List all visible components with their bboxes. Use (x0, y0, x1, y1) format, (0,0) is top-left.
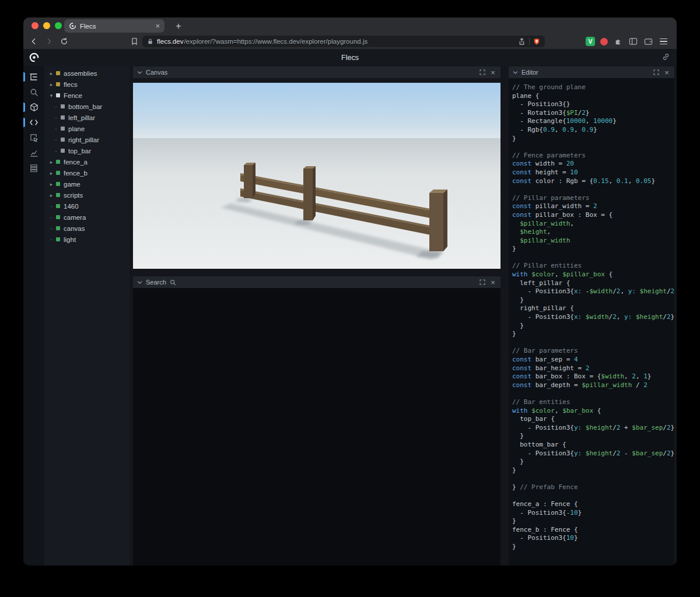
tree-item-canvas[interactable]: –canvas (44, 223, 130, 234)
expand-icon[interactable] (479, 69, 486, 76)
sidebar-icon-search[interactable] (23, 85, 44, 100)
code-line: const bar_sep = 4 (512, 356, 671, 364)
tab-close-icon[interactable]: × (155, 22, 160, 30)
window-zoom-button[interactable] (55, 22, 62, 29)
sidebar-icon-stats[interactable] (23, 145, 44, 160)
tree-item-Fence[interactable]: ▾Fence (44, 90, 130, 101)
tree-item-label: light (64, 236, 76, 243)
url-path: /explorer/?wasm=https://www.flecs.dev/ex… (184, 38, 514, 45)
tree-item-label: bottom_bar (68, 103, 102, 110)
entity-kind-square (56, 226, 60, 230)
tree-item-bottom_bar[interactable]: –bottom_bar (44, 101, 130, 112)
puzzle-icon[interactable] (613, 37, 623, 47)
code-line: bottom_bar { (512, 441, 671, 449)
entity-kind-square (56, 215, 60, 219)
entity-kind-square (56, 193, 60, 197)
chevron-right-icon[interactable]: ▸ (48, 82, 55, 87)
chevron-down-icon[interactable] (513, 70, 518, 75)
code-line: with $color, $pillar_box { (512, 271, 671, 279)
extension-icon-v[interactable]: V (586, 37, 595, 46)
reload-button[interactable] (60, 37, 69, 46)
code-line: $pillar_width, (512, 220, 671, 229)
entity-kind-square (61, 149, 65, 153)
sidebar-icon-canvas[interactable] (23, 100, 44, 115)
tab-title: Flecs (80, 23, 152, 30)
entity-tree: ▸assemblies▸flecs▾Fence–bottom_bar–left_… (44, 66, 130, 566)
chevron-right-icon[interactable]: ▸ (48, 192, 55, 198)
chevron-right-icon[interactable]: ▸ (48, 159, 55, 165)
code-line: $pillar_width (512, 237, 671, 245)
canvas-viewport[interactable] (133, 83, 501, 269)
tree-item-right_pillar[interactable]: –right_pillar (44, 134, 130, 145)
sidebar-icon-code[interactable] (23, 115, 44, 130)
brave-shield-icon[interactable] (533, 38, 540, 45)
extensions-group: V (586, 36, 668, 47)
code-line: const bar_depth = $pillar_width / 2 (512, 381, 671, 390)
link-icon[interactable] (662, 52, 671, 62)
tree-item-game[interactable]: ▸game (44, 178, 130, 189)
code-line: } (512, 432, 671, 441)
close-icon[interactable]: × (489, 279, 496, 286)
search-results-area[interactable] (133, 288, 501, 566)
close-icon[interactable]: × (489, 69, 496, 76)
code-line: $height, (512, 228, 671, 237)
window-minimize-button[interactable] (43, 22, 50, 29)
menu-icon[interactable] (659, 37, 668, 47)
chevron-down-icon[interactable] (137, 280, 142, 285)
sidebar-icon-inspect[interactable] (23, 130, 44, 145)
browser-navbar: flecs.dev /explorer/?wasm=https://www.fl… (23, 34, 677, 49)
wallet-icon[interactable] (643, 37, 653, 47)
code-line: } // Prefab Fence (512, 483, 671, 492)
chevron-right-icon[interactable]: ▸ (48, 170, 55, 176)
search-icon (170, 279, 176, 286)
window-close-button[interactable] (32, 22, 38, 29)
chevron-down-icon[interactable] (137, 70, 142, 75)
code-line (512, 339, 671, 347)
chevron-right-icon[interactable]: ▸ (48, 181, 55, 187)
code-line (512, 492, 671, 501)
editor-panel: Editor × // The ground planeplane { - Po… (509, 66, 674, 566)
expand-icon[interactable] (653, 69, 660, 76)
chevron-right-icon[interactable]: ▸ (48, 71, 55, 76)
tree-item-scripts[interactable]: ▸scripts (44, 189, 130, 201)
code-line: } (512, 458, 671, 466)
code-line: // Bar parameters (512, 347, 671, 356)
leaf-dash-icon: – (52, 115, 60, 121)
forward-button[interactable] (44, 37, 54, 46)
chevron-down-icon[interactable]: ▾ (48, 93, 55, 99)
flecs-app: Flecs (23, 49, 677, 566)
extension-icon-red[interactable] (600, 38, 608, 45)
new-tab-button[interactable]: + (172, 19, 186, 33)
expand-icon[interactable] (479, 279, 486, 286)
tree-item-fence_a[interactable]: ▸fence_a (44, 156, 130, 167)
tree-item-left_pillar[interactable]: –left_pillar (44, 112, 130, 123)
tree-item-top_bar[interactable]: –top_bar (44, 145, 130, 156)
code-line: const bar_height = 2 (512, 364, 671, 373)
sidebar-toggle-icon[interactable] (628, 37, 638, 47)
tree-item-camera[interactable]: –camera (44, 212, 130, 223)
canvas-panel-title: Canvas (146, 69, 167, 76)
tree-item-plane[interactable]: –plane (44, 123, 130, 134)
tree-item-label: fence_b (64, 170, 88, 177)
browser-tab[interactable]: Flecs × (64, 19, 164, 33)
back-button[interactable] (29, 37, 38, 46)
code-line: - Position3{10} (512, 534, 671, 543)
sidebar-icon-tables[interactable] (23, 160, 44, 175)
code-line: - Position3{x: $width/2, y: $height/2} (512, 313, 671, 322)
tree-item-light[interactable]: –light (44, 234, 130, 245)
bookmark-icon[interactable] (130, 37, 139, 46)
sidebar-icon-tree[interactable] (23, 69, 44, 85)
tree-item-assemblies[interactable]: ▸assemblies (44, 68, 130, 79)
code-line (512, 389, 671, 398)
entity-kind-square (61, 104, 65, 108)
share-icon[interactable] (518, 37, 526, 45)
tree-item-1460[interactable]: –1460 (44, 201, 130, 212)
close-icon[interactable]: × (663, 69, 670, 76)
address-bar[interactable]: flecs.dev /explorer/?wasm=https://www.fl… (142, 36, 545, 47)
tree-item-fence_b[interactable]: ▸fence_b (44, 167, 130, 178)
urlbar-divider (529, 38, 530, 45)
tree-item-flecs[interactable]: ▸flecs (44, 79, 130, 90)
code-line: } (512, 245, 671, 254)
leaf-dash-icon: – (52, 148, 60, 154)
editor-code[interactable]: // The ground planeplane { - Position3{}… (509, 78, 674, 566)
